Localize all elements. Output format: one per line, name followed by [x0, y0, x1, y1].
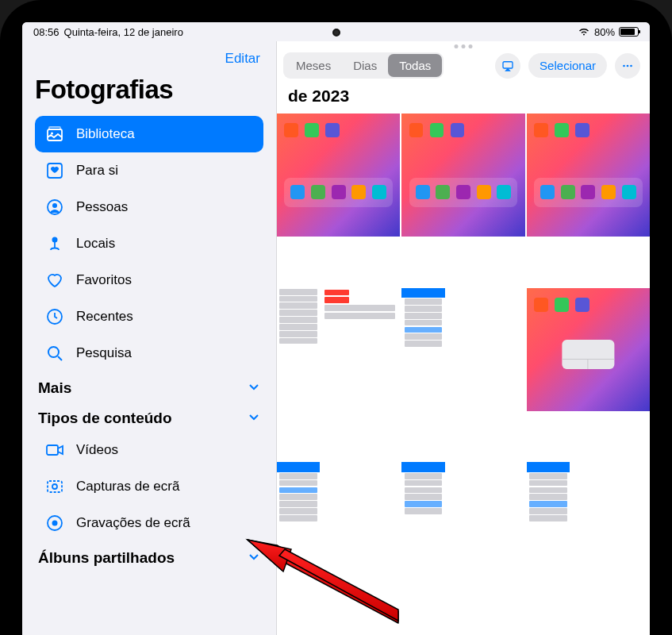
photo-thumb[interactable] [401, 288, 524, 411]
svg-rect-1 [49, 127, 60, 129]
people-icon [44, 197, 65, 217]
more-button[interactable] [615, 53, 640, 79]
edit-button[interactable]: Editar [225, 51, 260, 67]
cast-button[interactable] [495, 53, 520, 79]
date-title: de 2023 [277, 85, 650, 114]
photo-thumb[interactable] [401, 462, 524, 585]
sidebar-item-pessoas[interactable]: Pessoas [35, 189, 263, 225]
svg-point-15 [623, 64, 625, 67]
sidebar-item-label: Capturas de ecrã [76, 479, 179, 495]
photo-thumb[interactable] [527, 288, 650, 411]
cast-icon [501, 59, 515, 73]
screenshot-icon [44, 476, 65, 497]
segment-dias[interactable]: Dias [342, 54, 388, 77]
chevron-down-icon [248, 549, 260, 567]
status-time: 08:56 [33, 26, 60, 38]
photo-thumb[interactable] [277, 462, 400, 585]
sidebar-item-gravacoes[interactable]: Gravações de ecrã [35, 505, 263, 541]
record-icon [44, 513, 65, 533]
sidebar-item-pesquisa[interactable]: Pesquisa [35, 335, 263, 371]
svg-point-16 [627, 64, 629, 67]
section-mais[interactable]: Mais [35, 371, 263, 402]
svg-point-2 [51, 133, 53, 135]
sidebar: Editar Fotografias Biblioteca Para si [22, 41, 276, 635]
photo-thumb[interactable] [277, 114, 400, 237]
section-label: Mais [38, 379, 71, 397]
svg-point-13 [52, 521, 58, 526]
for-you-icon [44, 160, 65, 181]
sidebar-item-label: Favoritos [76, 272, 132, 288]
wifi-icon [578, 27, 590, 37]
battery-icon [619, 27, 639, 37]
sidebar-item-label: Vídeos [76, 442, 118, 458]
segment-meses[interactable]: Meses [285, 54, 342, 77]
front-camera [332, 29, 340, 37]
sidebar-item-favoritos[interactable]: Favoritos [35, 262, 263, 298]
device-frame: 08:56 Quinta-feira, 12 de janeiro 80% Ed… [0, 0, 672, 635]
svg-point-5 [52, 203, 57, 208]
section-label: Álbuns partilhados [38, 549, 175, 567]
battery-pct: 80% [594, 26, 615, 38]
heart-icon [44, 270, 65, 291]
sidebar-item-capturas[interactable]: Capturas de ecrã [35, 468, 263, 505]
main: Editar Fotografias Biblioteca Para si [22, 41, 650, 635]
chevron-down-icon [248, 379, 260, 397]
sidebar-header: Editar [35, 48, 263, 75]
content-panel: Meses Dias Todas Selecionar de 2023 [276, 41, 650, 635]
search-icon [44, 343, 65, 364]
segment-todas[interactable]: Todas [388, 54, 442, 77]
photo-thumb[interactable] [277, 288, 400, 411]
select-button[interactable]: Selecionar [528, 53, 607, 78]
section-label: Tipos de conteúdo [38, 410, 172, 427]
sidebar-item-label: Locais [76, 236, 115, 252]
clock-icon [44, 306, 65, 327]
status-right: 80% [578, 26, 639, 38]
photo-thumb[interactable] [527, 114, 650, 237]
drag-grabber[interactable] [455, 44, 473, 48]
pin-icon [44, 233, 65, 254]
sidebar-item-label: Biblioteca [76, 126, 135, 142]
svg-point-6 [52, 237, 58, 243]
video-icon [44, 440, 65, 460]
view-segment: Meses Dias Todas [283, 52, 444, 79]
sidebar-item-label: Gravações de ecrã [76, 515, 190, 531]
status-date: Quinta-feira, 12 de janeiro [64, 26, 183, 38]
sidebar-item-recentes[interactable]: Recentes [35, 298, 263, 335]
section-albuns[interactable]: Álbuns partilhados [35, 541, 263, 572]
photo-thumb[interactable] [527, 462, 650, 585]
status-left: 08:56 Quinta-feira, 12 de janeiro [33, 26, 183, 38]
svg-point-8 [48, 347, 59, 357]
photo-thumb[interactable] [401, 114, 524, 237]
sidebar-item-locais[interactable]: Locais [35, 225, 263, 262]
chevron-down-icon [248, 410, 260, 427]
sidebar-item-label: Para si [76, 163, 118, 179]
svg-point-17 [630, 64, 632, 67]
sidebar-item-videos[interactable]: Vídeos [35, 432, 263, 468]
svg-point-11 [52, 484, 57, 489]
photo-grid [277, 114, 650, 635]
section-tipos[interactable]: Tipos de conteúdo [35, 402, 263, 432]
sidebar-item-label: Pesquisa [76, 345, 132, 361]
ellipsis-icon [620, 59, 635, 73]
app-title: Fotografias [35, 75, 263, 105]
sidebar-item-label: Pessoas [76, 199, 128, 215]
sidebar-item-biblioteca[interactable]: Biblioteca [35, 116, 263, 152]
sidebar-item-label: Recentes [76, 309, 133, 325]
screen: 08:56 Quinta-feira, 12 de janeiro 80% Ed… [22, 22, 650, 635]
library-icon [44, 124, 65, 144]
svg-rect-10 [48, 481, 62, 492]
sidebar-item-para-si[interactable]: Para si [35, 152, 263, 189]
svg-rect-9 [47, 445, 58, 455]
svg-rect-14 [503, 61, 513, 67]
